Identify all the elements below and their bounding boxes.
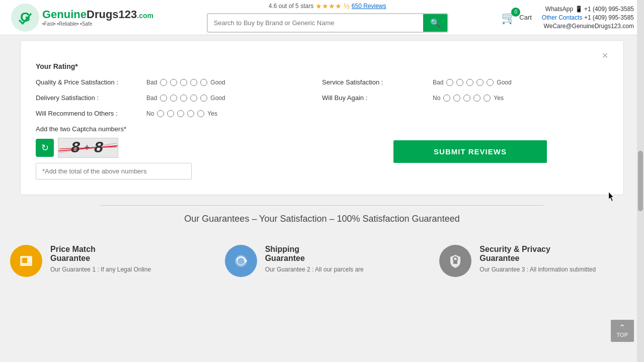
rating-score: 4.6 out of 5 stars [269,3,313,10]
quality-radio-5[interactable] [200,79,207,86]
service-radio-4[interactable] [476,79,484,86]
search-button[interactable]: 🔍 [423,14,447,32]
stars: ★★★★ [315,2,342,10]
shipping-guarantee-title: ShippingGuarantee [265,245,364,263]
recommend-radio-5[interactable] [197,110,204,117]
cart-badge: 0 [511,8,520,17]
rating-bar: 4.6 out of 5 stars ★★★★½ 650 Reviews [269,2,386,10]
logo-area: G GenuineDrugs123.com •Fast• •Reliable• … [10,3,153,33]
recommend-radio-4[interactable] [187,110,194,117]
reviews-link[interactable]: 650 Reviews [352,3,386,10]
recommend-label: Will Recommend to Others : [36,110,146,117]
service-radio-1[interactable] [446,79,453,86]
service-bad-label: Bad [433,79,443,86]
svg-line-3 [59,143,117,153]
delivery-radio-2[interactable] [170,95,177,102]
service-radio-5[interactable] [487,79,494,86]
willbuy-no-label: No [433,95,440,102]
price-guarantee-title: Price MatchGuarantee [50,245,151,263]
submit-area: Add the two Captcha numbers* ↻ 8 + 8 [36,125,608,179]
whatsapp-label: WhatsApp 📱 [545,6,583,13]
delivery-radio-group: Bad Good [146,95,225,102]
willbuy-radio-4[interactable] [473,95,480,102]
submit-section: SUBMIT REVIEWS [332,125,608,163]
delivery-col: Delivery Satisfaction : Bad Good [36,94,322,102]
svg-rect-5 [22,258,27,263]
captcha-image: 8 + 8 [58,138,118,158]
recommend-no-label: No [146,110,154,117]
top-label: TOP [617,332,628,338]
quality-bad-label: Bad [146,79,157,86]
logo-text: GenuineDrugs123.com •Fast• •Reliable• •S… [42,8,153,27]
recommend-row: Will Recommend to Others : No Yes [36,110,608,117]
captcha-label: Add the two Captcha numbers* [36,125,312,133]
security-guarantee-content: Security & PrivacyGuarantee Our Guarante… [479,245,596,273]
recommend-radio-3[interactable] [177,110,184,117]
quality-radio-4[interactable] [190,79,197,86]
recommend-radio-2[interactable] [167,110,174,117]
guarantees-grid: Price MatchGuarantee Our Guarantee 1 : I… [0,234,644,287]
captcha-input[interactable] [36,163,192,179]
willbuy-col: Will Buy Again : No Yes [322,94,608,102]
close-icon[interactable]: ✕ [602,51,608,60]
willbuy-radio-1[interactable] [443,95,450,102]
email-text: WeCare@GenuineDrugs123.com [544,23,634,30]
email-line: WeCare@GenuineDrugs123.com [544,23,634,30]
cart-area[interactable]: 🛒 0 Cart [501,11,532,25]
top-button[interactable]: ⌃ TOP [611,320,634,342]
guarantees-divider [101,205,543,206]
half-star: ½ [344,2,350,10]
main-content: ✕ Your Rating* Quality & Price Satisfact… [0,40,644,287]
service-col: Service Satisfaction : Bad Good [322,78,608,86]
cart-icon-wrapper: 🛒 0 [501,11,516,25]
recommend-col: Will Recommend to Others : No Yes [36,110,322,117]
guarantee-item-security: Security & PrivacyGuarantee Our Guarante… [429,235,644,287]
guarantee-item-shipping: ShippingGuarantee Our Guarantee 2 : All … [215,235,430,287]
quality-radio-2[interactable] [170,79,177,86]
price-guarantee-content: Price MatchGuarantee Our Guarantee 1 : I… [50,245,151,273]
delivery-radio-4[interactable] [190,95,197,102]
header-right: WhatsApp 📱 +1 (409) 995-3585 Other Conta… [542,6,634,30]
quality-col: Quality & Price Satisfaction : Bad Good [36,78,322,86]
willbuy-radio-2[interactable] [453,95,460,102]
recommend-radio-1[interactable] [157,110,164,117]
whatsapp-number: +1 (409) 995-3585 [584,6,634,13]
delivery-radio-5[interactable] [200,95,207,102]
other-number: +1 (409) 995-3585 [584,14,634,21]
scrollbar[interactable] [637,0,644,362]
quality-radio-3[interactable] [180,79,187,86]
guarantees-section: Our Guarantees – Your Satisfaction – 100… [0,205,644,287]
submit-reviews-button[interactable]: SUBMIT REVIEWS [393,140,547,163]
delivery-bad-label: Bad [146,95,157,102]
captcha-section: Add the two Captcha numbers* ↻ 8 + 8 [36,125,312,179]
scrollbar-thumb[interactable] [638,151,643,211]
willbuy-radio-group: No Yes [433,95,504,102]
quality-radio-1[interactable] [160,79,167,86]
willbuy-radio-3[interactable] [463,95,470,102]
recommend-radio-group: No Yes [146,110,217,117]
guarantees-title: Our Guarantees – Your Satisfaction – 100… [0,214,644,224]
quality-radio-group: Bad Good [146,79,225,86]
quality-service-row: Quality & Price Satisfaction : Bad Good … [36,78,608,86]
delivery-radio-3[interactable] [180,95,187,102]
delivery-willbuy-row: Delivery Satisfaction : Bad Good Will Bu… [36,94,608,102]
security-guarantee-desc: Our Guarantee 3 : All information submit… [479,266,596,273]
delivery-label: Delivery Satisfaction : [36,94,146,102]
shipping-guarantee-content: ShippingGuarantee Our Guarantee 2 : All … [265,245,364,273]
will-buy-label: Will Buy Again : [322,94,433,102]
shipping-guarantee-icon [225,245,257,277]
recommend-yes-label: Yes [207,110,217,117]
other-contacts-line: Other Contacts +1 (409) 995-3585 [542,14,634,21]
search-input[interactable] [208,15,423,31]
price-guarantee-desc: Our Guarantee 1 : If any Legal Online [50,266,151,273]
price-guarantee-icon [10,245,42,277]
quality-price-label: Quality & Price Satisfaction : [36,78,146,86]
captcha-refresh-button[interactable]: ↻ [36,139,54,157]
willbuy-radio-5[interactable] [484,95,491,102]
service-radio-3[interactable] [466,79,473,86]
delivery-radio-1[interactable] [160,95,167,102]
header: G GenuineDrugs123.com •Fast• •Reliable• … [0,0,644,35]
other-contacts-link[interactable]: Other Contacts [542,14,583,21]
service-radio-2[interactable] [456,79,463,86]
header-center: 4.6 out of 5 stars ★★★★½ 650 Reviews 🔍 [207,2,448,33]
